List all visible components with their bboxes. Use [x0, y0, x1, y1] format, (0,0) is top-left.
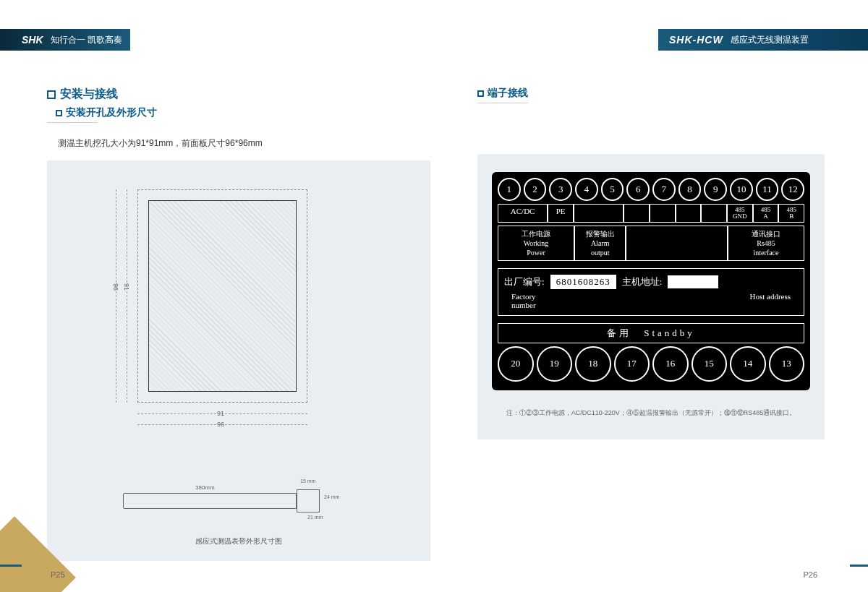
terminal-pin: 2: [524, 178, 547, 201]
left-column: 安装与接线 安装开孔及外形尺寸 测温主机挖孔大小为91*91mm，前面板尺寸96…: [47, 87, 430, 561]
logo: SHK: [22, 34, 43, 46]
terminal-panel: 1 2 3 4 5 6 7 8 9 10 11 12 AC/DC PE: [477, 154, 825, 439]
strap-caption: 感应式测温表带外形尺寸图: [83, 536, 394, 546]
page-number-right: P26: [803, 570, 817, 579]
dimension-drawing: 96 91 91 96: [94, 182, 383, 450]
product-code: SHK-HCW: [669, 34, 723, 46]
terminal-pin: 8: [678, 178, 702, 201]
slogan: 知行合一 凯歌高奏: [51, 34, 122, 46]
terminal-pin: 13: [769, 346, 805, 382]
terminal-note: 注：①②③工作电源，AC/DC110-220V；④⑤超温报警输出（无源常开）；⑩…: [492, 408, 810, 418]
factory-number: 6801608263: [550, 275, 616, 289]
terminal-pin: 3: [549, 178, 572, 201]
header-left: SHK 知行合一 凯歌高奏: [0, 29, 130, 51]
product-name: 感应式无线测温装置: [731, 34, 809, 46]
terminal-desc-row: 工作电源Working Power 报警输出Alarm output 通讯接口R…: [498, 226, 804, 261]
subsection-heading: 端子接线: [477, 87, 825, 100]
square-icon: [477, 90, 484, 97]
terminal-bottom-row: 20 19 18 17 16 15 14 13: [498, 346, 804, 382]
dimension-panel: 96 91 91 96 380mm 15 mm 24 mm 21 mm 感应式测…: [47, 160, 430, 561]
divider: [47, 122, 98, 123]
terminal-pin: 17: [614, 346, 650, 382]
terminal-pin: 19: [537, 346, 573, 382]
terminal-pin: 16: [652, 346, 689, 382]
header-right: SHK-HCW 感应式无线测温装置: [658, 29, 868, 51]
terminal-pin: 10: [730, 178, 753, 201]
strap-drawing: 380mm 15 mm 24 mm 21 mm: [123, 471, 354, 529]
terminal-pin: 6: [626, 178, 650, 201]
standby-label: 备用 Standby: [498, 323, 804, 343]
terminal-pin: 4: [575, 178, 598, 201]
terminal-pin: 1: [498, 178, 521, 201]
terminal-label-row: AC/DC PE 485 GND 485 A 485 B: [498, 204, 804, 223]
subsection-heading: 安装开孔及外形尺寸: [56, 106, 430, 119]
terminal-pin: 14: [730, 346, 766, 382]
divider: [477, 103, 528, 103]
terminal-pin: 5: [601, 178, 624, 201]
right-column: 端子接线 1 2 3 4 5 6 7 8 9 10 11 12 AC/DC PE: [477, 87, 825, 439]
square-icon: [47, 90, 56, 99]
terminal-pin: 18: [575, 346, 611, 382]
terminal-top-row: 1 2 3 4 5 6 7 8 9 10 11 12: [498, 178, 804, 201]
footer-tick: [0, 565, 22, 567]
factory-info: 出厂编号: 6801608263 主机地址: Factory number Ho…: [498, 268, 804, 316]
terminal-plate: 1 2 3 4 5 6 7 8 9 10 11 12 AC/DC PE: [492, 172, 810, 390]
footer-tick: [850, 565, 868, 567]
dimension-description: 测温主机挖孔大小为91*91mm，前面板尺寸96*96mm: [58, 137, 430, 150]
terminal-pin: 9: [704, 178, 727, 201]
section-heading: 安装与接线: [47, 87, 430, 102]
terminal-pin: 20: [498, 346, 534, 382]
terminal-pin: 11: [756, 178, 779, 201]
terminal-pin: 15: [692, 346, 728, 382]
host-address-box: [668, 275, 718, 288]
page-number-left: P25: [51, 570, 65, 579]
terminal-pin: 7: [652, 178, 676, 201]
terminal-pin: 12: [781, 178, 804, 201]
square-icon: [56, 110, 62, 116]
